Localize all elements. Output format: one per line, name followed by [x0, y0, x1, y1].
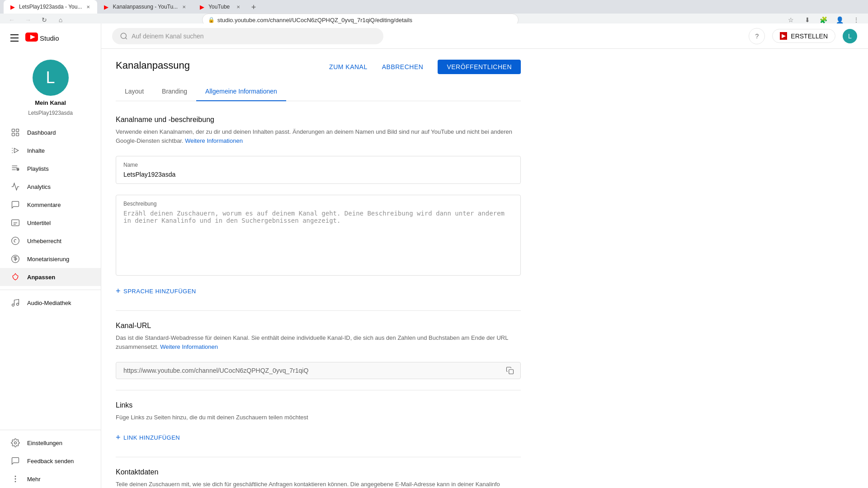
svg-rect-2	[12, 129, 15, 132]
svg-point-17	[121, 33, 126, 38]
sidebar-label-playlists: Playlists	[27, 165, 49, 172]
tab-close-1[interactable]: ✕	[85, 3, 92, 10]
sidebar-divider	[0, 290, 101, 290]
topbar-right: ? ▶ ERSTELLEN L	[749, 28, 857, 44]
sidebar-header: Studio	[0, 23, 101, 52]
search-input[interactable]	[132, 33, 376, 40]
sidebar-label-feedback: Feedback senden	[27, 458, 74, 465]
help-button[interactable]: ?	[749, 28, 765, 44]
create-button[interactable]: ▶ ERSTELLEN	[772, 29, 835, 43]
name-section-desc: Verwende einen Kanalnamen, der zu dir un…	[116, 127, 521, 145]
topbar: ? ▶ ERSTELLEN L	[101, 23, 868, 49]
new-tab-button[interactable]: +	[247, 1, 260, 14]
description-label: Beschreibung	[123, 201, 513, 207]
url-section-desc-link[interactable]: Weitere Informationen	[160, 343, 218, 350]
svg-point-9	[12, 237, 19, 245]
links-section-desc: Füge Links zu Seiten hinzu, die du mit d…	[116, 413, 521, 422]
url-field[interactable]	[116, 362, 521, 379]
browser-tab-3[interactable]: ▶ YouTube ✕	[193, 0, 247, 14]
studio-logo-text: Studio	[40, 34, 59, 42]
sidebar-label-monetarisierung: Monetarisierung	[27, 256, 69, 263]
tab-title-2: Kanalanpassung - YouTu...	[113, 4, 178, 10]
sidebar-bottom: Einstellungen Feedback senden Mehr	[0, 426, 101, 488]
sidebar-item-more[interactable]: Mehr	[0, 470, 101, 488]
url-section-desc: Das ist die Standard-Webadresse für dein…	[116, 333, 521, 351]
tab-layout[interactable]: Layout	[116, 82, 153, 101]
name-section-desc-link[interactable]: Weitere Informationen	[185, 137, 243, 144]
copy-url-button[interactable]	[503, 363, 517, 378]
name-input[interactable]	[123, 171, 513, 178]
sidebar-item-inhalte[interactable]: Inhalte	[0, 141, 101, 160]
sidebar-label-more: Mehr	[27, 476, 41, 483]
sidebar-item-einstellungen[interactable]: Einstellungen	[0, 434, 101, 452]
description-textarea[interactable]	[123, 210, 513, 268]
app: Studio L Mein Kanal LetsPlay1923asda Das…	[0, 23, 868, 488]
hamburger-menu[interactable]	[7, 31, 22, 45]
sidebar-label-anpassen: Anpassen	[27, 274, 55, 281]
hamburger-line	[10, 34, 19, 35]
tab-close-3[interactable]: ✕	[235, 3, 242, 10]
tab-title-3: YouTube	[208, 4, 232, 10]
svg-point-16	[15, 481, 16, 482]
veroeffentlichen-button[interactable]: VERÖFFENTLICHEN	[438, 60, 521, 74]
contact-section-title: Kontaktdaten	[116, 468, 521, 476]
add-link-button[interactable]: + LINK HINZUFÜGEN	[116, 433, 180, 442]
url-field-wrapper	[116, 362, 521, 379]
channel-info: L Mein Kanal LetsPlay1923asda	[0, 52, 101, 123]
name-section-desc-text: Verwende einen Kanalnamen, der zu dir un…	[116, 128, 512, 144]
sidebar-label-inhalte: Inhalte	[27, 147, 45, 154]
user-avatar[interactable]: L	[843, 29, 857, 43]
svg-point-12	[17, 303, 19, 305]
plus-icon: +	[116, 286, 121, 296]
page-tabs: Layout Branding Allgemeine Informationen	[116, 82, 521, 101]
studio-logo: Studio	[25, 33, 59, 43]
add-language-button[interactable]: + SPRACHE HINZUFÜGEN	[116, 286, 196, 296]
description-field-wrapper: Beschreibung	[116, 195, 521, 276]
tab-close-2[interactable]: ✕	[180, 3, 188, 10]
tab-favicon-3: ▶	[198, 3, 206, 10]
sidebar-item-analytics[interactable]: Analytics	[0, 178, 101, 196]
tab-favicon-2: ▶	[103, 3, 110, 10]
tab-branding[interactable]: Branding	[153, 82, 196, 101]
name-label: Name	[123, 162, 513, 168]
svg-line-18	[125, 38, 127, 39]
create-label: ERSTELLEN	[791, 33, 828, 40]
contact-section-desc: Teile deinen Zuschauern mit, wie sie dic…	[116, 480, 521, 488]
abbrechen-button[interactable]: ABBRECHEN	[375, 60, 431, 74]
sidebar-item-kommentare[interactable]: Kommentare	[0, 196, 101, 214]
browser-tab-2[interactable]: ▶ Kanalanpassung - YouTu... ✕	[97, 0, 193, 14]
tab-title-1: LetsPlay1923asda - You...	[19, 4, 82, 10]
tab-favicon-1: ▶	[9, 3, 16, 10]
browser-chrome: ▶ LetsPlay1923asda - You... ✕ ▶ Kanalanp…	[0, 0, 868, 23]
browser-tab-1[interactable]: ▶ LetsPlay1923asda - You... ✕	[4, 0, 97, 14]
sidebar: Studio L Mein Kanal LetsPlay1923asda Das…	[0, 23, 101, 488]
page-title: Kanalanpassung	[116, 60, 190, 71]
url-section: Kanal-URL Das ist die Standard-Webadress…	[116, 322, 521, 379]
sidebar-nav: Dashboard Inhalte Playlists Analytics Ko…	[0, 123, 101, 312]
svg-point-13	[14, 442, 17, 444]
add-language-row: + SPRACHE HINZUFÜGEN	[116, 286, 521, 296]
channel-name: Mein Kanal	[35, 99, 66, 106]
zum-kanal-button[interactable]: ZUM KANAL	[329, 60, 368, 74]
search-bar[interactable]	[112, 28, 383, 44]
sidebar-item-feedback[interactable]: Feedback senden	[0, 452, 101, 470]
add-link-label: LINK HINZUFÜGEN	[123, 434, 180, 441]
sidebar-item-audio-mediathek[interactable]: Audio-Mediathek	[0, 294, 101, 312]
content-header: Kanalanpassung ZUM KANAL ABBRECHEN VERÖF…	[116, 60, 521, 82]
links-section: Links Füge Links zu Seiten hinzu, die du…	[116, 401, 521, 442]
sidebar-label-urheberrecht: Urheberrecht	[27, 238, 61, 244]
sidebar-item-playlists[interactable]: Playlists	[0, 160, 101, 178]
sidebar-label-untertitel: Untertitel	[27, 220, 51, 226]
sidebar-item-urheberrecht[interactable]: Urheberrecht	[0, 232, 101, 250]
sidebar-item-monetarisierung[interactable]: Monetarisierung	[0, 250, 101, 268]
sidebar-item-dashboard[interactable]: Dashboard	[0, 123, 101, 141]
sidebar-item-untertitel[interactable]: Untertitel	[0, 214, 101, 232]
sidebar-item-anpassen[interactable]: Anpassen	[0, 268, 101, 286]
url-section-title: Kanal-URL	[116, 322, 521, 330]
divider-3	[116, 457, 521, 457]
links-section-title: Links	[116, 401, 521, 409]
lock-icon: 🔒	[208, 17, 215, 23]
channel-handle: LetsPlay1923asda	[28, 110, 73, 116]
tab-allgemein[interactable]: Allgemeine Informationen	[196, 82, 286, 101]
svg-rect-5	[16, 133, 19, 136]
